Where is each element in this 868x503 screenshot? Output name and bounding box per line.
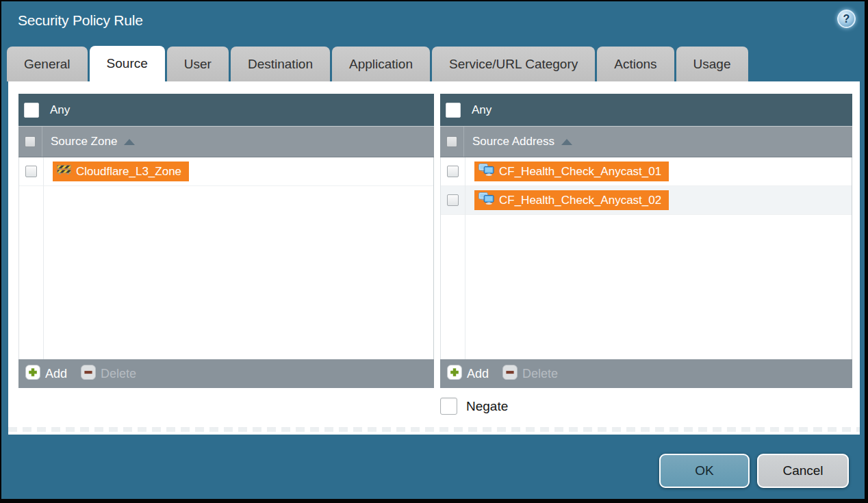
negate-label: Negate — [466, 399, 508, 414]
source-zone-column-header[interactable]: Source Zone — [18, 126, 434, 157]
sort-ascending-icon — [561, 139, 572, 145]
source-address-select-all-checkbox[interactable] — [446, 136, 457, 147]
tab-bar: General Source User Destination Applicat… — [7, 47, 748, 81]
sort-ascending-icon — [124, 139, 135, 145]
delete-icon — [502, 365, 518, 383]
ok-button[interactable]: OK — [659, 454, 750, 488]
negate-control: Negate — [440, 398, 508, 415]
cancel-button[interactable]: Cancel — [757, 454, 849, 488]
delete-button-label: Delete — [101, 367, 136, 381]
security-policy-rule-dialog: Security Policy Rule ? General Source Us… — [0, 0, 868, 503]
source-address-panel: Any Source Address — [440, 94, 852, 388]
source-zone-any-bar: Any — [18, 94, 434, 126]
tab-user[interactable]: User — [167, 47, 229, 81]
source-tab-content: Any Source Zone — [8, 81, 860, 435]
source-address-footer-bar: Add Delete — [440, 359, 852, 388]
source-zone-any-label: Any — [50, 103, 70, 117]
dialog-title: Security Policy Rule — [18, 12, 143, 29]
add-button-label: Add — [467, 367, 489, 381]
source-zone-footer-bar: Add Delete — [18, 359, 434, 388]
source-address-item-label: CF_Health_Check_Anycast_02 — [499, 194, 661, 207]
source-zone-list: Cloudflare_L3_Zone — [18, 157, 434, 359]
source-zone-select-all-checkbox[interactable] — [25, 136, 36, 147]
help-icon[interactable]: ? — [837, 10, 856, 28]
source-zone-item-label: Cloudflare_L3_Zone — [76, 165, 181, 179]
source-zone-column-title: Source Zone — [51, 135, 117, 149]
zone-icon — [57, 164, 71, 179]
source-address-any-bar: Any — [440, 94, 852, 126]
address-icon — [478, 164, 494, 179]
source-address-row-checkbox[interactable] — [447, 194, 459, 206]
source-zone-add-button[interactable]: Add — [25, 365, 67, 383]
delete-button-label: Delete — [522, 367, 558, 381]
source-zone-delete-button[interactable]: Delete — [81, 365, 136, 383]
source-address-delete-button[interactable]: Delete — [502, 365, 558, 383]
source-address-column-title: Source Address — [472, 135, 554, 149]
tab-destination[interactable]: Destination — [231, 47, 330, 81]
address-icon — [478, 192, 494, 208]
tab-application[interactable]: Application — [332, 47, 430, 81]
tab-general[interactable]: General — [7, 47, 88, 81]
tab-usage[interactable]: Usage — [676, 47, 748, 81]
negate-checkbox[interactable] — [440, 398, 457, 415]
tab-actions[interactable]: Actions — [597, 47, 674, 81]
tab-source[interactable]: Source — [90, 46, 165, 81]
add-button-label: Add — [45, 367, 67, 381]
source-address-row-checkbox[interactable] — [447, 166, 459, 177]
add-icon — [25, 365, 40, 383]
source-address-column-header[interactable]: Source Address — [440, 126, 852, 157]
source-address-any-checkbox[interactable] — [446, 103, 461, 118]
tab-service-url-category[interactable]: Service/URL Category — [432, 47, 595, 81]
source-address-any-label: Any — [472, 103, 492, 117]
source-zone-any-checkbox[interactable] — [24, 103, 39, 118]
source-zone-row-checkbox[interactable] — [25, 166, 37, 177]
source-zone-item[interactable]: Cloudflare_L3_Zone — [53, 162, 189, 181]
table-row: CF_Health_Check_Anycast_02 — [441, 186, 852, 215]
add-icon — [447, 365, 462, 383]
source-zone-panel: Any Source Zone — [18, 94, 434, 388]
source-address-add-button[interactable]: Add — [447, 365, 489, 383]
source-address-item[interactable]: CF_Health_Check_Anycast_01 — [474, 162, 669, 181]
delete-icon — [81, 365, 96, 383]
table-row: Cloudflare_L3_Zone — [19, 157, 433, 186]
source-address-item[interactable]: CF_Health_Check_Anycast_02 — [474, 190, 669, 210]
source-address-list: CF_Health_Check_Anycast_01 — [440, 157, 852, 359]
table-row: CF_Health_Check_Anycast_01 — [441, 157, 852, 186]
source-address-item-label: CF_Health_Check_Anycast_01 — [499, 165, 661, 179]
